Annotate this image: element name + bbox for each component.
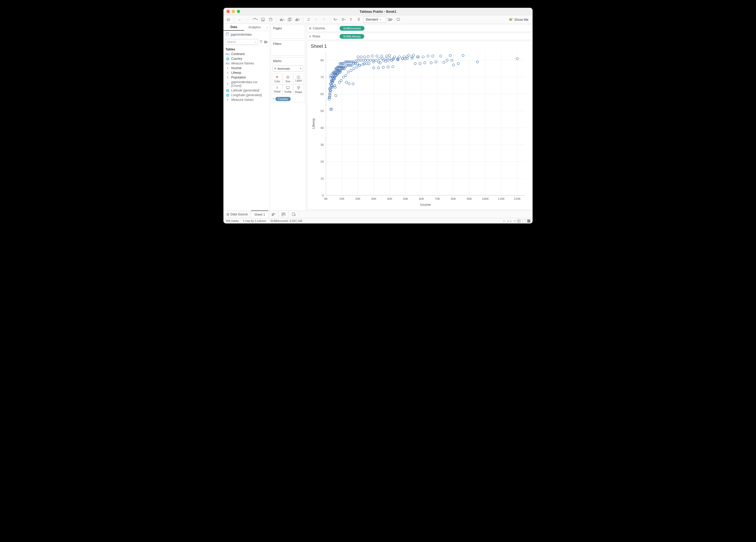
svg-line-7: [227, 20, 228, 21]
highlight-button[interactable]: ✎▾: [332, 16, 339, 23]
sheet-title[interactable]: Sheet 1: [307, 41, 532, 50]
columns-icon: iii: [309, 27, 311, 30]
svg-point-203: [367, 55, 369, 58]
columns-shelf[interactable]: iiiColumns SUM(Income): [307, 25, 532, 32]
tableau-logo-icon[interactable]: [225, 16, 232, 23]
show-sheet-icon[interactable]: [527, 219, 530, 223]
svg-rect-36: [286, 87, 289, 89]
attach-button[interactable]: ▾: [340, 16, 347, 23]
marks-type-select[interactable]: ⠿Automatic ▾: [273, 65, 303, 72]
new-worksheet-tab[interactable]: +: [268, 211, 278, 218]
pages-shelf[interactable]: Pages: [271, 25, 305, 32]
search-input[interactable]: Search⌕: [225, 39, 258, 45]
svg-text:0: 0: [322, 194, 324, 197]
new-data-source-button[interactable]: [267, 16, 274, 23]
marks-detail-button[interactable]: ⠿Detail: [272, 84, 282, 95]
marks-size-button[interactable]: Size: [283, 74, 293, 84]
fit-select[interactable]: Standard▾: [363, 16, 386, 23]
app-window: Tableau Public - Book1 ← → ▾ ▾ ▾ ✎▾ ▾ T …: [223, 8, 533, 223]
svg-text:0K: 0K: [324, 197, 328, 200]
view-options-icon[interactable]: ▦▾: [264, 40, 268, 44]
svg-text:80K: 80K: [451, 197, 456, 200]
marks-pill-country[interactable]: Country: [275, 97, 291, 101]
sort-asc-button[interactable]: [313, 16, 320, 23]
field-country[interactable]: 🌐Country: [223, 56, 270, 61]
viz-canvas[interactable]: Sheet 1 010203040506070800K10K20K30K40K5…: [307, 41, 532, 210]
svg-point-241: [449, 55, 452, 57]
first-sheet-icon[interactable]: ⇤: [503, 219, 506, 223]
tab-data[interactable]: Data: [223, 24, 244, 31]
field-label: Longitude (generated): [231, 93, 262, 97]
rows-shelf[interactable]: ≡Rows SUM(Lifeexp): [307, 33, 532, 40]
undo-button[interactable]: ←: [236, 16, 243, 23]
field-measure-names[interactable]: AbcMeasure Names: [223, 61, 270, 66]
shape-icon: [297, 86, 300, 90]
svg-point-199: [386, 55, 388, 57]
tab-analytics[interactable]: Analytics: [244, 24, 265, 31]
clear-button[interactable]: ▾: [294, 16, 301, 23]
tooltip-icon: [286, 86, 290, 90]
svg-point-225: [411, 57, 413, 60]
field-lifeexp[interactable]: #Lifeexp: [223, 70, 270, 75]
prev-sheet-icon[interactable]: ◂: [507, 219, 509, 223]
last-sheet-icon[interactable]: ⇥: [513, 219, 516, 223]
datasource-row[interactable]: gapminderdata: [223, 31, 270, 38]
new-dashboard-tab[interactable]: +: [278, 211, 289, 218]
sheet-sorter-icon[interactable]: [517, 219, 521, 223]
next-sheet-icon[interactable]: ▸: [510, 219, 512, 223]
marks-detail-shelf[interactable]: ⠿ Country: [271, 96, 305, 102]
filmstrip-icon[interactable]: [522, 219, 526, 223]
filter-icon[interactable]: [259, 40, 263, 44]
toolbar: ← → ▾ ▾ ▾ ✎▾ ▾ T Standard▾ ▾ Show Me: [223, 15, 533, 24]
show-me-button[interactable]: Show Me: [507, 18, 531, 22]
field-type-icon: 🌐: [226, 94, 230, 97]
field-label: Measure Values: [231, 98, 254, 102]
svg-point-205: [360, 56, 362, 58]
duplicate-button[interactable]: [286, 16, 293, 23]
tab-sheet1[interactable]: Sheet 1: [251, 210, 268, 218]
svg-point-231: [419, 62, 421, 65]
svg-rect-18: [298, 20, 298, 21]
svg-point-211: [352, 83, 354, 85]
svg-rect-9: [262, 20, 264, 21]
redo-button[interactable]: →: [244, 16, 251, 23]
presentation-button[interactable]: [395, 16, 402, 23]
rows-pill[interactable]: SUM(Lifeexp): [340, 34, 364, 39]
columns-pill[interactable]: SUM(Income): [340, 26, 364, 31]
field-latitude-generated-[interactable]: 🌐Latitude (generated): [223, 88, 270, 93]
sort-desc-button[interactable]: [321, 16, 328, 23]
show-me-icon: [509, 18, 513, 21]
svg-point-274: [384, 60, 387, 63]
detail-icon: ⠿: [276, 86, 278, 90]
label-button[interactable]: T: [348, 16, 354, 23]
field-continent[interactable]: AbcContinent: [223, 52, 270, 56]
field-gapminderdata-csv-count-[interactable]: #gapminderdata.csv (Count): [223, 80, 270, 88]
save-button[interactable]: [260, 16, 266, 23]
marks-color-button[interactable]: Color: [272, 74, 282, 84]
swap-button[interactable]: [305, 16, 312, 23]
marks-shape-button[interactable]: Shape: [293, 84, 304, 95]
svg-text:70K: 70K: [435, 197, 440, 200]
cards-pane: Pages Filters Marks ⠿Automatic ▾ ColorSi…: [270, 24, 306, 210]
new-story-tab[interactable]: +: [289, 211, 299, 218]
svg-point-31: [276, 76, 277, 77]
marks-label-button[interactable]: TLabel: [293, 74, 304, 84]
svg-rect-283: [282, 215, 283, 216]
revert-button[interactable]: ▾: [252, 16, 258, 23]
tab-datasource[interactable]: ⊟Data Source: [223, 211, 251, 218]
field-measure-values[interactable]: #Measure Values: [223, 97, 270, 102]
field-label: Income: [231, 66, 241, 70]
show-cards-button[interactable]: ▾: [387, 16, 394, 23]
field-income[interactable]: #Income: [223, 66, 270, 70]
field-type-icon: #: [226, 67, 230, 70]
new-worksheet-button[interactable]: ▾: [278, 16, 285, 23]
collapse-sidebar-button[interactable]: ‹: [265, 24, 270, 31]
svg-rect-285: [292, 213, 295, 216]
pin-button[interactable]: [355, 16, 362, 23]
field-population[interactable]: #Population: [223, 75, 270, 80]
marks-tooltip-button[interactable]: Tooltip: [283, 84, 293, 95]
filters-shelf[interactable]: Filters: [271, 41, 305, 47]
field-longitude-generated-[interactable]: 🌐Longitude (generated): [223, 93, 270, 97]
svg-point-269: [356, 66, 358, 68]
data-pane: Data Analytics ‹ gapminderdata Search⌕ ▦…: [223, 24, 270, 210]
